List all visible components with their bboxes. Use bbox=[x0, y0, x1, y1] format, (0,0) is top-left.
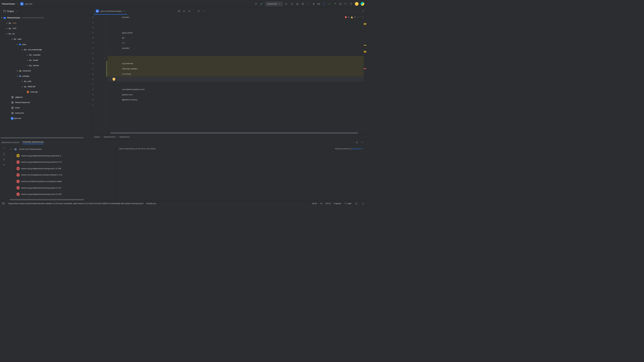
hide-panel-icon[interactable] bbox=[202, 10, 206, 13]
file-encoding[interactable]: UTF-8 bbox=[325, 202, 331, 205]
tree-folder-pdfs[interactable]: ▸pdfs bbox=[0, 79, 91, 84]
notifications-icon[interactable] bbox=[361, 202, 365, 205]
dependency-checker-panel: Dependency Checker: Vulnerable Dependenc… bbox=[0, 139, 366, 201]
error-icon bbox=[345, 16, 347, 18]
tree-file-iml[interactable]: FitnessTracker.iml bbox=[0, 100, 91, 105]
more-run-icon[interactable] bbox=[306, 2, 310, 6]
debug-icon[interactable] bbox=[290, 2, 294, 6]
tree-package[interactable]: ▾com.maritvandijk bbox=[0, 47, 91, 52]
close-icon[interactable] bbox=[123, 10, 125, 12]
editor-tab[interactable]: m pom.xml (FitnessTracker) bbox=[93, 8, 127, 15]
file-name[interactable]: pom.xml bbox=[25, 3, 32, 5]
tree-folder-idea[interactable]: ▸.idea bbox=[0, 20, 91, 26]
git-push-icon[interactable] bbox=[333, 2, 337, 6]
ide-services-icon[interactable] bbox=[360, 2, 364, 6]
tree-package-controller[interactable]: ▸controller bbox=[0, 52, 91, 58]
avatar[interactable] bbox=[355, 2, 359, 6]
run-icon[interactable] bbox=[285, 2, 288, 6]
check-icon[interactable] bbox=[2, 147, 6, 150]
dependency-label: maven:com.fasterxml.jackson.core:jackson… bbox=[21, 180, 62, 183]
readonly-lock-icon[interactable] bbox=[354, 202, 358, 205]
dependency-root[interactable]: ▾ All libs from FitnessTracker bbox=[8, 146, 116, 153]
tree-root[interactable]: ▾FitnessTracker~/IdeaProjects/FitnessTra… bbox=[0, 15, 91, 20]
status-message-2[interactable]: Results pov bbox=[146, 202, 156, 205]
build-hammer-icon[interactable] bbox=[260, 2, 263, 6]
project-name[interactable]: FitnessTracker bbox=[2, 3, 15, 5]
editor-horizontal-scrollbar[interactable] bbox=[92, 132, 366, 134]
dependency-item[interactable]: Hmaven:com.fasterxml.jackson.core:jackso… bbox=[8, 178, 116, 185]
git-update-icon[interactable] bbox=[322, 2, 326, 6]
tree-file-mvnwcmd[interactable]: mvnw.cmd bbox=[0, 110, 91, 116]
breadcrumb-item[interactable]: dependencies bbox=[104, 136, 115, 138]
tree-folder-resources[interactable]: ▸resources bbox=[0, 68, 91, 73]
tree-folder-webapp[interactable]: ▾webapp bbox=[0, 73, 91, 79]
select-opened-file-icon[interactable] bbox=[177, 10, 181, 13]
inspection-widget[interactable]: 3 9 bbox=[345, 16, 364, 19]
folder-icon bbox=[13, 37, 17, 41]
hide-panel-icon[interactable] bbox=[360, 141, 364, 144]
settings-icon[interactable] bbox=[355, 141, 359, 144]
tree-file-gitignore[interactable]: .gitignore bbox=[0, 95, 91, 100]
chevron-up-icon[interactable] bbox=[357, 16, 360, 19]
coverage-icon[interactable] bbox=[296, 2, 299, 6]
tree-file-pomxml[interactable]: mpom.xml bbox=[0, 116, 91, 121]
dependency-item[interactable]: Hmaven:org.springframework:spring-web:4.… bbox=[8, 165, 116, 172]
project-tool-selector[interactable]: Project bbox=[3, 10, 18, 13]
dep-list-horizontal-scrollbar[interactable] bbox=[8, 199, 116, 201]
tree-folder-java[interactable]: ▾java bbox=[0, 42, 91, 47]
tab-vulnerable-dependencies[interactable]: Vulnerable Dependencies bbox=[22, 141, 44, 144]
collaborate-icon[interactable] bbox=[254, 2, 258, 6]
expand-all-icon[interactable] bbox=[2, 158, 6, 161]
checkmarx-link[interactable]: Checkmarx © bbox=[352, 148, 363, 150]
dependency-item[interactable]: Hmaven:com.thoughtworks.xstream:xstream:… bbox=[8, 172, 116, 178]
search-icon[interactable] bbox=[349, 2, 353, 6]
source-folder-icon bbox=[19, 43, 22, 46]
line-number-gutter[interactable]: 343536373839404142434445464748495051 bbox=[92, 15, 102, 132]
settings-icon[interactable] bbox=[197, 10, 200, 13]
tree-horizontal-scrollbar[interactable] bbox=[0, 137, 91, 139]
dependency-item[interactable]: Mmaven:org.springframework:spring-expres… bbox=[8, 152, 116, 159]
collapse-all-icon[interactable] bbox=[2, 163, 6, 167]
git-rollback-icon[interactable] bbox=[344, 2, 347, 6]
run-config-selector[interactable]: Current File bbox=[265, 2, 283, 6]
fold-gutter[interactable] bbox=[102, 15, 106, 132]
svg-point-27 bbox=[345, 203, 345, 203]
dependency-item[interactable]: Hmaven:org.springframework:spring-beans:… bbox=[8, 185, 116, 191]
severity-badge: H bbox=[16, 167, 20, 170]
line-separator[interactable]: LF bbox=[320, 202, 322, 205]
tree-file-indexjsp[interactable]: index.jsp bbox=[0, 89, 91, 95]
more-vertical-icon[interactable] bbox=[361, 10, 365, 13]
error-count: 3 bbox=[348, 16, 349, 18]
svg-rect-16 bbox=[20, 71, 21, 71]
svg-rect-15 bbox=[4, 17, 6, 19]
code-content[interactable]: provided javax.servlet jstl 1.2 provided… bbox=[108, 15, 364, 132]
dependency-item[interactable]: Hmaven:org.springframework:spring-core:4… bbox=[8, 191, 116, 198]
tree-folder-mvn[interactable]: ▸.mvn bbox=[0, 26, 91, 31]
tree-file-mvnw[interactable]: mvnw bbox=[0, 105, 91, 110]
refresh-icon[interactable] bbox=[2, 152, 6, 156]
error-stripe[interactable] bbox=[364, 15, 366, 132]
tree-package-service[interactable]: ▸service bbox=[0, 63, 91, 68]
caret-position[interactable]: 46:22 bbox=[312, 202, 317, 205]
chevron-down-icon[interactable] bbox=[361, 16, 364, 19]
git-branch-widget[interactable]: main bbox=[344, 202, 351, 205]
breadcrumb[interactable]: project › dependencies › dependency bbox=[92, 134, 366, 139]
status-message[interactable]: Dependency maven:org.hibernate:hibernate… bbox=[8, 202, 143, 205]
git-commit-icon[interactable] bbox=[328, 2, 331, 6]
expand-all-icon[interactable] bbox=[182, 10, 186, 13]
stop-icon[interactable] bbox=[312, 2, 315, 6]
tree-folder-webinf[interactable]: ▸WEB-INF bbox=[0, 84, 91, 89]
tree-folder-src[interactable]: ▾src bbox=[0, 31, 91, 36]
breadcrumb-item[interactable]: dependency bbox=[119, 136, 130, 138]
tool-window-toggle-icon[interactable] bbox=[2, 202, 5, 205]
dependency-item[interactable]: Hmaven:org.springframework:spring-webmvc… bbox=[8, 159, 116, 165]
collapse-all-icon[interactable] bbox=[188, 10, 191, 13]
warning-count: 9 bbox=[354, 16, 355, 18]
breadcrumb-item[interactable]: project bbox=[94, 136, 100, 138]
tree-folder-main[interactable]: ▾main bbox=[0, 36, 91, 41]
git-history-icon[interactable] bbox=[339, 2, 342, 6]
package-icon bbox=[29, 59, 32, 62]
indent-config[interactable]: 4 spaces bbox=[334, 202, 341, 205]
tree-package-model[interactable]: ▸model bbox=[0, 58, 91, 63]
profile-icon[interactable] bbox=[301, 2, 305, 6]
